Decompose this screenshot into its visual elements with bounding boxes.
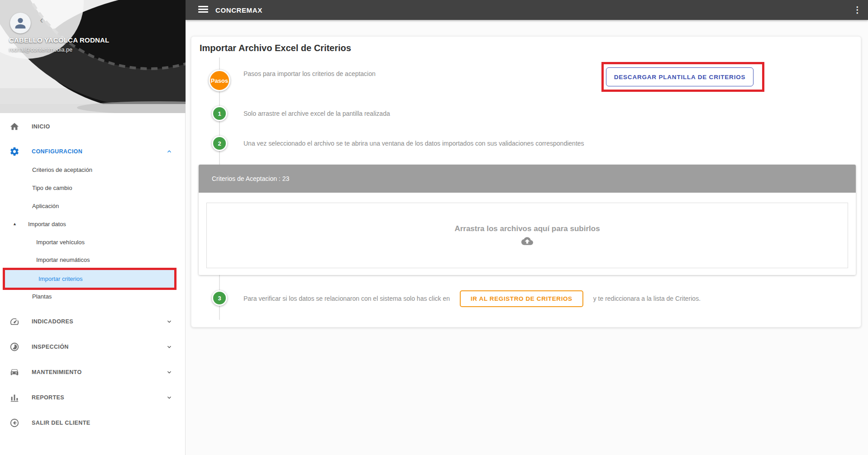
chevron-down-icon[interactable]	[166, 343, 173, 351]
sidebar-item-label: Tipo de cambio	[32, 185, 72, 191]
criteria-panel: Criterios de Aceptacion : 23 Arrastra lo…	[199, 165, 856, 275]
car-icon	[9, 367, 20, 378]
sidebar-item-tipo-de-cambio[interactable]: Tipo de cambio	[0, 179, 186, 197]
page-title: Importar Archivo Excel de Criterios	[200, 43, 351, 53]
topbar: CONCREMAX ⋮	[186, 0, 868, 20]
sidebar-item-label: REPORTES	[32, 394, 64, 401]
speedometer-icon	[9, 316, 20, 327]
sidebar: ‹ CABELLO YACOLCA RODNAL rodnal@contentm…	[0, 0, 186, 455]
pasos-description: Pasos para importar los criterios de ace…	[243, 70, 376, 77]
sidebar-item-inspeccion[interactable]: INSPECCIÓN	[0, 338, 186, 356]
sidebar-item-importar-neumaticos[interactable]: Importar neumáticos	[0, 251, 186, 269]
chevron-down-icon[interactable]	[166, 394, 173, 401]
criteria-panel-header: Criterios de Aceptacion : 23	[199, 165, 856, 193]
sidebar-item-label: INICIO	[32, 123, 50, 130]
app-window: ‹ CABELLO YACOLCA RODNAL rodnal@contentm…	[0, 0, 868, 455]
sidebar-item-configuracion[interactable]: CONFIGURACION	[0, 142, 186, 161]
step-3-text-before: Para verificar si los datos se relaciona…	[243, 295, 450, 302]
sidebar-item-label: INDICADORES	[32, 318, 73, 325]
step-3-text-after: y te rediccionara a la lista de Criterio…	[593, 295, 701, 302]
home-icon	[9, 121, 20, 132]
hamburger-menu-icon[interactable]	[198, 6, 208, 13]
avatar[interactable]	[10, 13, 31, 33]
sidebar-item-label: Importar vehículos	[36, 239, 85, 246]
sidebar-item-label: Importar datos	[28, 221, 66, 228]
chevron-down-icon[interactable]	[166, 318, 173, 325]
sidebar-item-aplicacion[interactable]: Aplicación	[0, 197, 186, 215]
app-title: CONCREMAX	[215, 6, 262, 14]
download-template-button[interactable]: DESCARGAR PLANTILLA DE CRITERIOS	[606, 67, 754, 86]
sidebar-item-importar-criterios[interactable]: Importar criterios	[5, 270, 174, 288]
person-icon	[13, 15, 28, 31]
triangle-up-icon: ▲	[13, 222, 17, 226]
step-2-badge: 2	[212, 136, 227, 151]
sidebar-item-label: Aplicación	[32, 203, 59, 209]
kebab-menu-icon[interactable]: ⋮	[853, 5, 862, 15]
sidebar-item-label: CONFIGURACION	[32, 148, 82, 155]
exit-arrow-icon	[9, 417, 20, 428]
sidebar-item-plantas[interactable]: Plantas	[0, 287, 186, 305]
step-2-text: Una vez seleccionado el archivo se te ab…	[243, 140, 584, 147]
go-to-criteria-registry-button[interactable]: IR AL REGISTRO DE CRITERIOS	[460, 290, 583, 307]
sidebar-item-salir-del-cliente[interactable]: SALIR DEL CLIENTE	[0, 414, 186, 432]
sidebar-item-label: Criterios de aceptación	[32, 166, 92, 173]
step-3-badge: 3	[212, 290, 227, 306]
sidebar-item-label: Plantas	[32, 293, 52, 300]
import-card: Importar Archivo Excel de Criterios Paso…	[191, 36, 861, 327]
file-dropzone[interactable]: Arrastra los archivos aquí para subirlos	[206, 203, 848, 268]
criteria-count-label: Criterios de Aceptacion : 23	[212, 175, 289, 182]
user-email: rodnal@contentmedia.pe	[9, 47, 72, 53]
sidebar-item-label: INSPECCIÓN	[32, 344, 69, 350]
sidebar-item-label: MANTENIMIENTO	[32, 369, 82, 375]
sidebar-item-importar-datos[interactable]: ▲ Importar datos	[0, 215, 186, 233]
sidebar-item-criterios-aceptacion[interactable]: Criterios de aceptación	[0, 161, 186, 179]
sidebar-collapse-icon[interactable]: ‹	[40, 15, 43, 25]
step-1-badge: 1	[212, 106, 227, 121]
sidebar-item-label: Importar criterios	[38, 275, 83, 282]
step-1-text: Solo arrastre el archive excel de la pan…	[243, 110, 390, 117]
sidebar-item-inicio[interactable]: INICIO	[0, 118, 186, 136]
sidebar-item-indicadores[interactable]: INDICADORES	[0, 313, 186, 331]
bar-chart-icon	[9, 392, 20, 403]
chevron-down-icon[interactable]	[166, 369, 173, 376]
main-content: Importar Archivo Excel de Criterios Paso…	[186, 20, 868, 455]
sidebar-item-mantenimiento[interactable]: MANTENIMIENTO	[0, 363, 186, 381]
chevron-up-icon[interactable]	[166, 148, 173, 155]
sidebar-item-importar-vehiculos[interactable]: Importar vehículos	[0, 233, 186, 251]
annotation-box-importar-criterios: Importar criterios	[3, 268, 176, 290]
gear-icon	[9, 146, 20, 157]
sidebar-item-label: Importar neumáticos	[36, 256, 90, 263]
pasos-badge: Pasos	[209, 70, 230, 91]
cloud-upload-icon	[521, 235, 533, 247]
user-name: CABELLO YACOLCA RODNAL	[9, 36, 109, 44]
step-3-row: Para verificar si los datos se relaciona…	[243, 290, 701, 307]
dropzone-label: Arrastra los archivos aquí para subirlos	[454, 224, 600, 233]
sidebar-item-reportes[interactable]: REPORTES	[0, 389, 186, 407]
sidebar-item-label: SALIR DEL CLIENTE	[32, 420, 91, 426]
timelapse-icon	[9, 341, 20, 352]
